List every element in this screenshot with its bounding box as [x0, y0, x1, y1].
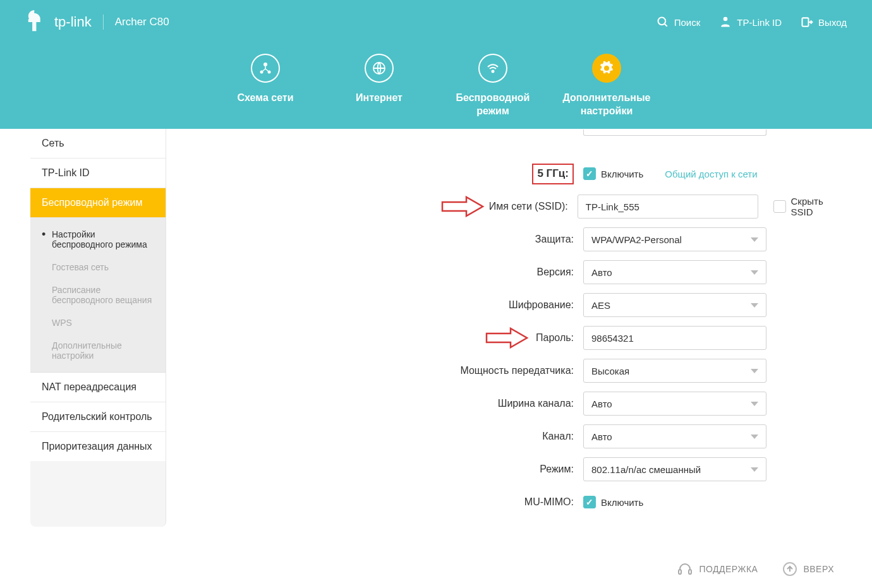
search-icon — [657, 16, 669, 28]
main-form: 5 ГГц: Включить Общий доступ к сети Имя … — [166, 129, 872, 527]
sidebar-item-wireless[interactable]: Беспроводной режим — [30, 188, 166, 218]
row-channel-width: Ширина канала: Авто — [166, 392, 847, 416]
logout-action[interactable]: Выход — [801, 16, 847, 28]
encryption-value: AES — [591, 300, 610, 311]
svg-rect-3 — [802, 18, 809, 26]
sidebar-item-network[interactable]: Сеть — [30, 129, 166, 159]
version-select[interactable]: Авто — [583, 260, 766, 284]
sidebar: Сеть TP-Link ID Беспроводной режим Настр… — [30, 129, 166, 527]
chevron-down-icon — [751, 369, 758, 373]
band-label: 5 ГГц: — [166, 167, 583, 180]
security-select[interactable]: WPA/WPA2-Personal — [583, 227, 766, 251]
mode-label: Режим: — [166, 464, 583, 475]
tplink-id-label: TP-Link ID — [737, 17, 782, 28]
tplink-id-action[interactable]: TP-Link ID — [719, 16, 782, 28]
row-ssid: Имя сети (SSID): Скрыть SSID — [166, 195, 847, 219]
row-mode: Режим: 802.11a/n/ac смешанный — [166, 457, 847, 481]
sidebar-subgroup: Настройки беспроводного режима Гостевая … — [30, 218, 166, 373]
encryption-label: Шифрование: — [166, 299, 583, 311]
mode-select[interactable]: 802.11a/n/ac смешанный — [583, 457, 766, 481]
row-channel: Канал: Авто — [166, 424, 847, 448]
chevron-down-icon — [751, 402, 758, 406]
sidebar-sub-wireless-settings[interactable]: Настройки беспроводного режима — [30, 223, 166, 256]
top-nav: Схема сети Интернет Беспроводной режим Д… — [0, 44, 872, 129]
tx-power-label: Мощность передатчика: — [166, 365, 583, 376]
svg-point-8 — [492, 71, 494, 73]
channel-value: Авто — [591, 431, 612, 442]
band-enable-label: Включить — [601, 169, 643, 179]
chevron-down-icon — [751, 270, 758, 275]
tplink-logo-icon — [25, 10, 49, 34]
sidebar-sub-guest[interactable]: Гостевая сеть — [30, 256, 166, 279]
nav-advanced[interactable]: Дополнительные настройки — [550, 54, 663, 118]
row-mumimo: MU-MIMO: Включить — [166, 490, 847, 514]
model-name: Archer C80 — [115, 16, 169, 28]
network-map-icon — [251, 54, 280, 83]
user-icon — [719, 16, 732, 28]
nav-wireless-label: Беспроводной режим — [436, 92, 550, 118]
channel-label: Канал: — [166, 431, 583, 442]
row-version: Версия: Авто — [166, 260, 847, 284]
chevron-down-icon — [751, 303, 758, 308]
logout-label: Выход — [818, 17, 847, 28]
sidebar-item-qos[interactable]: Приоритезация данных — [30, 432, 166, 461]
security-value: WPA/WPA2-Personal — [591, 234, 682, 245]
nav-advanced-label: Дополнительные настройки — [550, 92, 663, 118]
logout-icon — [801, 16, 813, 28]
encryption-select[interactable]: AES — [583, 293, 766, 317]
nav-network-map-label: Схема сети — [209, 92, 322, 105]
search-label: Поиск — [674, 17, 701, 28]
sidebar-item-parental[interactable]: Родительский контроль — [30, 402, 166, 432]
ssid-label: Имя сети (SSID): — [166, 201, 578, 212]
chevron-down-icon — [751, 237, 758, 242]
mode-value: 802.11a/n/ac смешанный — [591, 464, 701, 475]
password-input[interactable] — [583, 326, 766, 350]
channel-width-select[interactable]: Авто — [583, 392, 766, 416]
chevron-down-icon — [751, 435, 758, 439]
sidebar-sub-advanced[interactable]: Дополнительные настройки — [30, 334, 166, 367]
version-label: Версия: — [166, 267, 583, 278]
svg-point-0 — [658, 18, 665, 25]
nav-wireless[interactable]: Беспроводной режим — [436, 54, 550, 118]
mumimo-label: MU-MIMO: — [166, 496, 583, 508]
sidebar-sub-schedule[interactable]: Расписание беспроводного вещания — [30, 279, 166, 311]
band-enable-checkbox[interactable] — [583, 167, 596, 180]
mumimo-checkbox[interactable] — [583, 496, 596, 508]
header-divider — [103, 15, 104, 30]
band-highlight: 5 ГГц: — [532, 164, 574, 184]
header: tp-link Archer C80 Поиск TP-Link ID Выхо… — [0, 0, 872, 44]
brand-logo: tp-link — [25, 10, 92, 34]
globe-icon — [365, 54, 394, 83]
row-encryption: Шифрование: AES — [166, 293, 847, 317]
share-network-link[interactable]: Общий доступ к сети — [665, 169, 757, 179]
arrow-annotation-ssid — [441, 196, 485, 219]
mumimo-enable-label: Включить — [601, 497, 643, 508]
version-value: Авто — [591, 267, 612, 278]
channel-width-value: Авто — [591, 399, 612, 409]
nav-internet-label: Интернет — [322, 92, 436, 105]
hide-ssid-checkbox[interactable] — [773, 200, 786, 213]
svg-line-1 — [664, 24, 667, 27]
sidebar-item-tplink-id[interactable]: TP-Link ID — [30, 159, 166, 188]
nav-network-map[interactable]: Схема сети — [209, 54, 322, 105]
content: Сеть TP-Link ID Беспроводной режим Настр… — [0, 129, 872, 527]
hide-ssid-label: Скрыть SSID — [791, 196, 847, 217]
row-band: 5 ГГц: Включить Общий доступ к сети — [166, 162, 847, 186]
row-password: Пароль: — [166, 326, 847, 350]
wifi-icon — [478, 54, 507, 83]
prev-field-fragment — [166, 129, 847, 136]
svg-point-2 — [724, 17, 728, 21]
sidebar-item-nat[interactable]: NAT переадресация — [30, 373, 166, 402]
tx-power-select[interactable]: Высокая — [583, 359, 766, 383]
row-security: Защита: WPA/WPA2-Personal — [166, 227, 847, 251]
gear-icon — [592, 54, 621, 83]
search-action[interactable]: Поиск — [657, 16, 701, 28]
sidebar-sub-wps[interactable]: WPS — [30, 311, 166, 334]
channel-select[interactable]: Авто — [583, 424, 766, 448]
row-tx-power: Мощность передатчика: Высокая — [166, 359, 847, 383]
header-actions: Поиск TP-Link ID Выход — [657, 16, 847, 28]
nav-internet[interactable]: Интернет — [322, 54, 436, 105]
chevron-down-icon — [751, 467, 758, 472]
ssid-input[interactable] — [578, 195, 758, 219]
brand-text: tp-link — [54, 14, 92, 30]
